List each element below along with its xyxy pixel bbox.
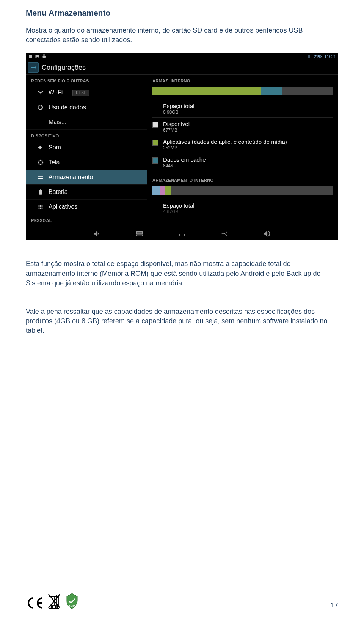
nav-volume-up-icon[interactable] (263, 230, 271, 238)
storage-total2-label: Espaço total (163, 202, 333, 209)
svg-point-0 (35, 66, 36, 67)
storage-item[interactable]: Disponível677MB (152, 118, 333, 135)
settings-title: Configurações (42, 64, 86, 72)
paragraph-3: Vale a pena ressaltar que as capacidades… (26, 307, 338, 336)
sidebar-item-sound[interactable]: Som (26, 140, 147, 155)
sidebar-item-data-usage[interactable]: Uso de dados (26, 100, 147, 115)
sidebar-apps-label: Aplicativos (49, 203, 77, 210)
sidebar-section-device: DISPOSITIVO (26, 130, 147, 140)
sidebar-item-apps[interactable]: Aplicativos (26, 200, 147, 214)
battery-icon (307, 54, 311, 59)
wifi-toggle[interactable]: DESL (72, 90, 89, 96)
svg-rect-10 (49, 608, 59, 609)
sidebar-battery-label: Bateria (49, 189, 68, 195)
storage-icon (37, 174, 44, 181)
storage-bar-internal2[interactable] (152, 186, 333, 195)
storage-swatch (152, 122, 158, 128)
storage-item-label: Aplicativos (dados de aplic. e conteúdo … (163, 138, 333, 145)
sidebar-storage-label: Armazenamento (49, 174, 93, 181)
sidebar-wifi-label: Wi-Fi (49, 89, 63, 96)
storage-section-internal: ARMAZ. INTERNO (152, 75, 333, 85)
display-icon (37, 159, 44, 166)
sidebar-item-storage[interactable]: Armazenamento (26, 170, 147, 185)
storage-item-value: 0,98GB (163, 110, 333, 115)
storage-bar-segment (152, 87, 261, 95)
storage-bar-internal[interactable] (152, 87, 333, 95)
storage-item-value: 252MB (163, 145, 333, 151)
android-status-icon (42, 54, 46, 59)
wifi-icon (37, 89, 44, 96)
sidebar-display-label: Tela (49, 159, 60, 166)
sidebar-item-more[interactable]: Mais... (26, 115, 147, 130)
settings-icon (28, 62, 39, 73)
sdcard-status-icon (28, 54, 33, 59)
svg-point-7 (56, 606, 58, 608)
sidebar-section-wireless: REDES SEM FIO E OUTRAS (26, 75, 147, 85)
sidebar-section-personal: PESSOAL (26, 214, 147, 225)
storage-item-label: Disponível (163, 121, 333, 127)
storage-swatch (152, 140, 158, 146)
page-number: 17 (331, 601, 338, 609)
android-screenshot: 21% 11h21 Configurações REDES SEM FIO E … (26, 53, 338, 240)
settings-header: Configurações (26, 60, 338, 75)
apps-icon (37, 203, 44, 210)
nav-recent-icon[interactable] (135, 230, 144, 238)
nav-home-icon[interactable] (178, 230, 186, 238)
svg-point-1 (35, 69, 36, 70)
more-icon (37, 119, 44, 126)
battery-nav-icon (37, 189, 44, 195)
image-status-icon (35, 54, 39, 59)
storage-item-total2[interactable]: Espaço total 4,67GB (152, 200, 333, 217)
storage-bar-segment (282, 87, 333, 95)
status-clock: 11h21 (324, 54, 336, 59)
storage-bar-segment (160, 186, 165, 195)
storage-item[interactable]: Espaço total0,98GB (152, 101, 333, 118)
storage-item-value: 677MB (163, 127, 333, 133)
storage-section-internal2: ARMAZENAMENTO INTERNO (152, 174, 333, 185)
footer-icons: RoHS (26, 593, 80, 609)
storage-main: ARMAZ. INTERNO Espaço total0,98GBDisponí… (147, 75, 338, 227)
sidebar-data-usage-label: Uso de dados (49, 104, 86, 111)
data-usage-icon (37, 104, 44, 111)
status-bar: 21% 11h21 (26, 53, 338, 60)
storage-item-label: Espaço total (163, 103, 333, 109)
sound-icon (37, 144, 44, 151)
storage-item[interactable]: Dados em cache844Kb (152, 154, 333, 171)
storage-item-value: 844Kb (163, 163, 333, 168)
ce-mark-icon (26, 596, 44, 609)
system-navbar (26, 227, 338, 240)
storage-bar-segment (152, 186, 160, 195)
sidebar-item-battery[interactable]: Bateria (26, 185, 147, 200)
storage-total2-value: 4,67GB (163, 209, 333, 214)
sidebar-sound-label: Som (49, 144, 61, 151)
storage-item-label: Dados em cache (163, 156, 333, 163)
storage-item[interactable]: Aplicativos (dados de aplic. e conteúdo … (152, 136, 333, 153)
storage-bar-segment (171, 186, 333, 195)
nav-back-icon[interactable] (220, 230, 229, 238)
svg-text:RoHS: RoHS (68, 605, 75, 607)
svg-point-6 (51, 606, 53, 608)
storage-swatch (152, 157, 158, 164)
paragraph-2: Esta função mostra o total de espaço dis… (26, 259, 338, 288)
sidebar-more-label: Mais... (49, 119, 66, 126)
storage-bar-segment (261, 87, 282, 95)
weee-bin-icon (48, 593, 61, 609)
rohs-icon: RoHS (64, 593, 80, 609)
footer-divider (26, 584, 338, 585)
page-heading: Menu Armazenamento (26, 8, 338, 17)
sidebar-item-wifi[interactable]: Wi-Fi DESL (26, 85, 147, 100)
intro-paragraph: Mostra o quanto do armazenamento interno… (26, 26, 338, 45)
battery-percent: 21% (314, 54, 322, 59)
settings-sidebar: REDES SEM FIO E OUTRAS Wi-Fi DESL Uso de… (26, 75, 147, 227)
nav-volume-down-icon[interactable] (93, 230, 101, 238)
sidebar-item-display[interactable]: Tela (26, 155, 147, 170)
storage-bar-segment (165, 186, 170, 195)
